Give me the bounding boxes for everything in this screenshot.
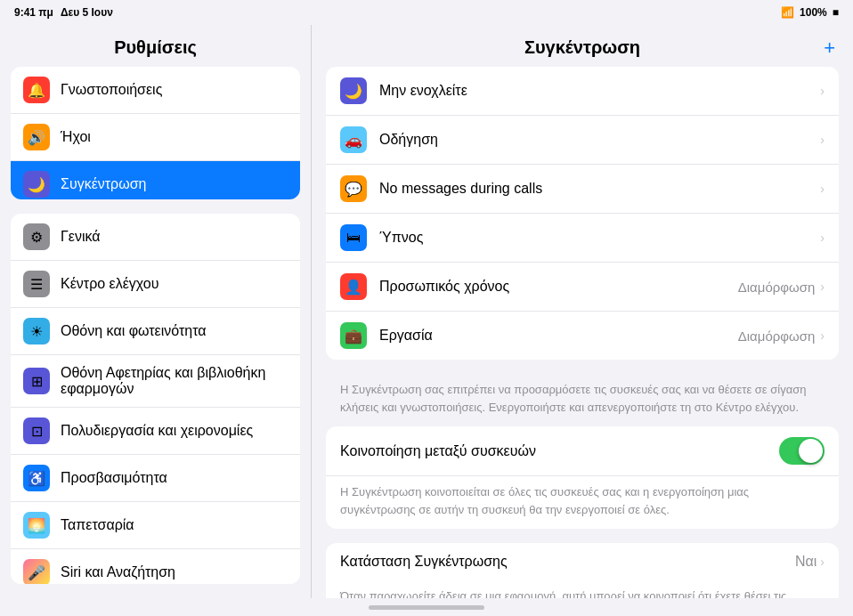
list-item-nomessages[interactable]: 💬 No messages during calls ›	[326, 165, 839, 214]
sidebar-item-display[interactable]: ☀ Οθόνη και φωτεινότητα	[11, 308, 300, 355]
list-item-dnd[interactable]: 🌙 Μην ενοχλείτε ›	[326, 67, 839, 116]
share-section: Κοινοποίηση μεταξύ συσκευών Η Συγκέντρωσ…	[326, 426, 839, 529]
sidebar-item-homescreen[interactable]: ⊞ Οθόνη Αφετηρίας και βιβλιοθήκη εφαρμογ…	[11, 355, 300, 408]
list-item-sleep[interactable]: 🛏 Ύπνος ›	[326, 214, 839, 263]
nomessages-label: No messages during calls	[379, 181, 820, 197]
personal-label: Προσωπικός χρόνος	[379, 279, 738, 295]
list-item-personal[interactable]: 👤 Προσωπικός χρόνος Διαμόρφωση ›	[326, 263, 839, 312]
personal-icon: 👤	[340, 273, 367, 300]
personal-configure: Διαμόρφωση	[738, 280, 816, 295]
detail-header: Συγκέντρωση +	[312, 25, 853, 67]
detail-pane: Συγκέντρωση + 🌙 Μην ενοχλείτε › 🚗 Οδήγησ…	[312, 25, 853, 598]
multitasking-icon: ⊡	[23, 417, 50, 444]
sidebar-title: Ρυθμίσεις	[0, 25, 311, 67]
dnd-label: Μην ενοχλείτε	[379, 83, 820, 99]
battery-icon: ■	[833, 6, 839, 19]
status-bar-right: 📶 100% ■	[781, 6, 839, 19]
dnd-right: ›	[820, 84, 825, 98]
sleep-label: Ύπνος	[379, 230, 820, 246]
work-icon: 💼	[340, 322, 367, 349]
sleep-icon: 🛏	[340, 224, 367, 251]
sidebar-item-label: Συγκέντρωση	[61, 176, 146, 192]
detail-title: Συγκέντρωση	[524, 37, 640, 58]
status-value: Ναι	[795, 554, 816, 570]
add-focus-button[interactable]: +	[824, 36, 835, 60]
status-bar-left: 9:41 πμ Δευ 5 Ιουν	[14, 6, 113, 19]
wallpaper-icon: 🌅	[23, 512, 50, 539]
sidebar-item-sounds[interactable]: 🔊 Ήχοι	[11, 114, 300, 161]
sounds-icon: 🔊	[23, 124, 50, 150]
work-label: Εργασία	[379, 328, 738, 344]
sleep-right: ›	[820, 231, 825, 245]
focus-icon: 🌙	[23, 171, 50, 198]
chevron-icon: ›	[820, 133, 825, 147]
status-bar: 9:41 πμ Δευ 5 Ιουν 📶 100% ■	[0, 0, 853, 25]
status-time: 9:41 πμ	[14, 6, 53, 19]
focus-description: Η Συγκέντρωση σας επιτρέπει να προσαρμόσ…	[326, 374, 839, 426]
notifications-icon: 🔔	[23, 77, 50, 103]
accessibility-icon: ♿	[23, 465, 50, 491]
sidebar-item-label: Γνωστοποιήσεις	[61, 82, 162, 98]
sidebar-item-label: Ταπετσαρία	[61, 517, 134, 533]
share-toggle-row: Κοινοποίηση μεταξύ συσκευών	[326, 426, 839, 476]
driving-icon: 🚗	[340, 126, 367, 153]
list-item-work[interactable]: 💼 Εργασία Διαμόρφωση ›	[326, 312, 839, 360]
sidebar-item-general[interactable]: ⚙ Γενικά	[11, 214, 300, 261]
share-label: Κοινοποίηση μεταξύ συσκευών	[340, 443, 779, 459]
work-right: Διαμόρφωση ›	[738, 328, 825, 344]
list-item-driving[interactable]: 🚗 Οδήγηση ›	[326, 116, 839, 165]
sidebar-item-wallpaper[interactable]: 🌅 Ταπετσαρία	[11, 502, 300, 549]
sidebar: Ρυθμίσεις 🔔 Γνωστοποιήσεις 🔊 Ήχοι 🌙 Συγκ…	[0, 25, 312, 598]
siri-icon: 🎤	[23, 559, 50, 584]
controlcenter-icon: ☰	[23, 271, 50, 297]
sidebar-item-label: Ήχοι	[61, 129, 91, 145]
sidebar-item-label: Siri και Αναζήτηση	[61, 564, 175, 580]
sidebar-item-accessibility[interactable]: ♿ Προσβασιμότητα	[11, 455, 300, 502]
nomessages-right: ›	[820, 182, 825, 196]
driving-right: ›	[820, 133, 825, 147]
home-indicator	[0, 598, 853, 616]
status-row[interactable]: Κατάσταση Συγκέντρωσης Ναι ›	[326, 543, 839, 580]
status-chevron-icon: ›	[820, 555, 825, 569]
status-date: Δευ 5 Ιουν	[61, 6, 113, 19]
sidebar-item-siri[interactable]: 🎤 Siri και Αναζήτηση	[11, 549, 300, 584]
status-description: Όταν παραχωρείτε άδεια σε μια εφαρμογή, …	[326, 580, 839, 598]
chevron-icon: ›	[820, 280, 825, 294]
sidebar-item-label: Πολυδιεργασία και χειρονομίες	[61, 423, 253, 439]
focus-modes-list: 🌙 Μην ενοχλείτε › 🚗 Οδήγηση › 💬 No messa…	[326, 67, 839, 360]
sidebar-item-controlcenter[interactable]: ☰ Κέντρο ελέγχου	[11, 261, 300, 308]
sidebar-item-notifications[interactable]: 🔔 Γνωστοποιήσεις	[11, 67, 300, 114]
dnd-icon: 🌙	[340, 77, 367, 104]
detail-content: 🌙 Μην ενοχλείτε › 🚗 Οδήγηση › 💬 No messa…	[312, 67, 853, 598]
chevron-icon: ›	[820, 328, 825, 343]
sidebar-group-2: ⚙ Γενικά ☰ Κέντρο ελέγχου ☀ Οθόνη και φω…	[11, 214, 300, 584]
sidebar-item-multitasking[interactable]: ⊡ Πολυδιεργασία και χειρονομίες	[11, 408, 300, 455]
battery-percent: 100%	[800, 6, 827, 19]
home-bar	[369, 605, 484, 610]
driving-label: Οδήγηση	[379, 132, 820, 148]
sidebar-item-label: Γενικά	[61, 229, 101, 245]
sidebar-item-label: Προσβασιμότητα	[61, 470, 167, 486]
homescreen-icon: ⊞	[23, 368, 50, 394]
status-label: Κατάσταση Συγκέντρωσης	[340, 554, 795, 570]
status-section: Κατάσταση Συγκέντρωσης Ναι › Όταν παραχω…	[326, 543, 839, 598]
chevron-icon: ›	[820, 84, 825, 98]
display-icon: ☀	[23, 318, 50, 344]
sidebar-item-label: Οθόνη Αφετηρίας και βιβλιοθήκη εφαρμογών	[61, 365, 288, 397]
share-description: Η Συγκέντρωση κοινοποιείται σε όλες τις …	[326, 476, 839, 529]
chevron-icon: ›	[820, 231, 825, 245]
nomessages-icon: 💬	[340, 175, 367, 202]
general-icon: ⚙	[23, 223, 50, 250]
main-container: Ρυθμίσεις 🔔 Γνωστοποιήσεις 🔊 Ήχοι 🌙 Συγκ…	[0, 25, 853, 598]
chevron-icon: ›	[820, 182, 825, 196]
wifi-icon: 📶	[781, 6, 794, 19]
sidebar-item-label: Οθόνη και φωτεινότητα	[61, 323, 207, 339]
sidebar-item-label: Κέντρο ελέγχου	[61, 276, 158, 292]
personal-right: Διαμόρφωση ›	[738, 280, 825, 295]
sidebar-item-focus[interactable]: 🌙 Συγκέντρωση	[11, 161, 300, 199]
share-toggle[interactable]	[779, 437, 825, 465]
sidebar-group-1: 🔔 Γνωστοποιήσεις 🔊 Ήχοι 🌙 Συγκέντρωση ⏱ …	[11, 67, 300, 199]
work-configure: Διαμόρφωση	[738, 328, 816, 344]
